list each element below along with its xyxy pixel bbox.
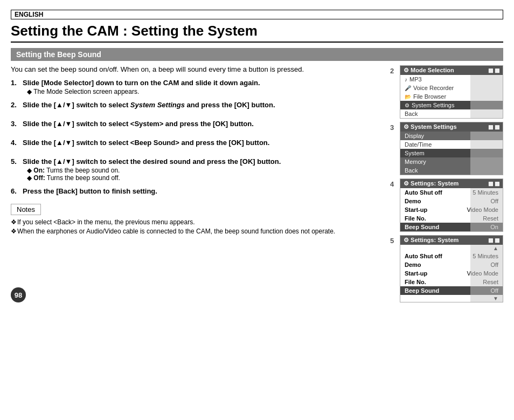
panel-menu-item: 🎤Voice Recorder — [400, 84, 503, 92]
settings-row-value: On — [490, 224, 498, 230]
settings-row-label: Demo — [405, 261, 421, 268]
panel-item-label: System — [405, 150, 425, 156]
note-item: When the earphones or Audio/Video cable … — [11, 228, 379, 235]
panel-box: ⚙ Settings: System▩ ▩▲Auto Shut off5 Min… — [400, 235, 503, 302]
step-number: 3. — [11, 120, 23, 128]
step-main-text: Slide the [▲/▼] switch to select <System… — [23, 120, 379, 128]
step-option: Off: Turns the beep sound off. — [27, 174, 379, 182]
panel-item-icon: 📂 — [405, 94, 411, 100]
panel-item-icon: ⚙ — [405, 102, 409, 108]
panel-box: ⚙ Settings: System▩ ▩Auto Shut off5 Minu… — [400, 178, 503, 232]
settings-row: Auto Shut off5 Minutes — [400, 252, 503, 260]
settings-row-label: Start-up — [405, 206, 427, 213]
settings-row-value: Reset — [483, 215, 498, 222]
panel-header: ⚙ System Settings▩ ▩ — [400, 122, 503, 132]
notes-section: Notes If you select <Back> in the menu, … — [11, 204, 379, 235]
settings-row-label: Auto Shut off — [405, 253, 442, 259]
settings-row: Auto Shut off5 Minutes — [400, 188, 503, 197]
panel-4: 4⚙ Settings: System▩ ▩Auto Shut off5 Min… — [390, 178, 503, 232]
panel-item-label: Display — [405, 133, 424, 139]
panel-box: ⚙ System Settings▩ ▩DisplayDate/TimeSyst… — [400, 122, 503, 175]
panel-item-label: File Browser — [413, 93, 446, 100]
settings-row: DemoOff — [400, 260, 503, 269]
settings-row-label: Start-up — [405, 270, 427, 277]
settings-row-value: 5 Minutes — [473, 253, 498, 259]
panel-menu-item: Back — [400, 109, 503, 118]
panel-header: ⚙ Settings: System▩ ▩ — [400, 179, 503, 188]
settings-row-value: Video Mode — [467, 270, 498, 277]
step-number: 1. — [11, 79, 23, 87]
panel-menu-item: ♪MP3 — [400, 75, 503, 84]
settings-row-value: Off — [491, 198, 498, 204]
panel-item-icon: ♪ — [405, 77, 407, 82]
panel-header-title: ⚙ Mode Selection — [404, 67, 454, 74]
panel-3: 3⚙ System Settings▩ ▩DisplayDate/TimeSys… — [390, 122, 503, 175]
panel-header: ⚙ Mode Selection▩ ▩ — [400, 66, 503, 75]
step-2: 2.Slide the [▲/▼] switch to select Syste… — [11, 101, 379, 110]
panel-2: 2⚙ Mode Selection▩ ▩♪MP3🎤Voice Recorder📂… — [390, 65, 503, 119]
step-number: 5. — [11, 157, 23, 166]
settings-row: Beep SoundOn — [400, 223, 503, 231]
step-main-text: Press the [Back] button to finish settin… — [23, 187, 379, 195]
panel-menu-item: Memory — [400, 157, 503, 166]
panel-number: 5 — [390, 237, 398, 245]
panel-menu-item: Back — [400, 166, 503, 175]
settings-row: Beep SoundOff — [400, 286, 503, 295]
panel-header-title: ⚙ Settings: System — [404, 180, 459, 187]
step-6: 6.Press the [Back] button to finish sett… — [11, 187, 379, 196]
panel-item-label: Back — [405, 167, 418, 174]
panel-menu-item: Date/Time — [400, 140, 503, 149]
settings-row-value: Off — [491, 287, 498, 294]
panel-menu-item: ⚙System Settings — [400, 101, 503, 109]
settings-row-value: Video Mode — [467, 206, 498, 213]
scroll-up-arrow: ▲ — [400, 245, 503, 252]
step-main-text: Slide [Mode Selector] down to turn on th… — [23, 79, 379, 87]
settings-row-value: Reset — [483, 279, 498, 285]
intro-text: You can set the beep sound on/off. When … — [11, 65, 379, 73]
settings-row-label: File No. — [405, 215, 426, 222]
panel-menu-item: System — [400, 149, 503, 157]
page-title: Setting the CAM : Setting the System — [11, 23, 503, 43]
settings-row-value: Off — [491, 261, 498, 268]
settings-row: File No.Reset — [400, 214, 503, 223]
note-item: If you select <Back> in the menu, the pr… — [11, 218, 379, 226]
settings-row-label: Beep Sound — [405, 287, 439, 294]
step-main-text: Slide the [▲/▼] switch to select <Beep S… — [23, 139, 379, 147]
step-number: 6. — [11, 187, 23, 195]
panel-item-label: Voice Recorder — [413, 85, 454, 91]
language-badge: ENGLISH — [11, 10, 503, 19]
settings-row: DemoOff — [400, 197, 503, 205]
panel-box: ⚙ Mode Selection▩ ▩♪MP3🎤Voice Recorder📂F… — [400, 65, 503, 119]
panel-item-icon: 🎤 — [405, 85, 411, 91]
section-header: Setting the Beep Sound — [11, 48, 503, 61]
settings-row: File No.Reset — [400, 278, 503, 286]
panel-item-label: Memory — [405, 159, 426, 165]
step-number: 4. — [11, 139, 23, 147]
step-1: 1.Slide [Mode Selector] down to turn on … — [11, 79, 379, 95]
panel-item-label: Date/Time — [405, 141, 432, 148]
panel-5: 5⚙ Settings: System▩ ▩▲Auto Shut off5 Mi… — [390, 235, 503, 302]
panel-header-icons: ▩ ▩ — [488, 124, 499, 130]
step-sub-note: The Mode Selection screen appears. — [27, 88, 379, 95]
settings-row-value: 5 Minutes — [473, 189, 498, 196]
step-number: 2. — [11, 101, 23, 109]
settings-row-label: Demo — [405, 198, 421, 204]
panel-number: 2 — [390, 67, 398, 75]
panel-header-title: ⚙ System Settings — [404, 123, 457, 130]
settings-row-label: File No. — [405, 279, 426, 285]
panel-header-icons: ▩ ▩ — [488, 67, 499, 73]
panel-item-label: MP3 — [409, 76, 422, 82]
panel-menu-item: Display — [400, 132, 503, 140]
panel-item-label: Back — [405, 111, 418, 117]
panel-header-title: ⚙ Settings: System — [404, 237, 459, 244]
step-4: 4.Slide the [▲/▼] switch to select <Beep… — [11, 139, 379, 148]
panel-header: ⚙ Settings: System▩ ▩ — [400, 236, 503, 245]
step-3: 3.Slide the [▲/▼] switch to select <Syst… — [11, 120, 379, 129]
panel-header-icons: ▩ ▩ — [488, 181, 499, 187]
scroll-down-arrow: ▼ — [400, 295, 503, 302]
settings-row-label: Beep Sound — [405, 224, 439, 230]
settings-row: Start-upVideo Mode — [400, 269, 503, 278]
notes-label: Notes — [11, 204, 41, 215]
step-option: On: Turns the beep sound on. — [27, 167, 379, 174]
panel-header-icons: ▩ ▩ — [488, 237, 499, 243]
